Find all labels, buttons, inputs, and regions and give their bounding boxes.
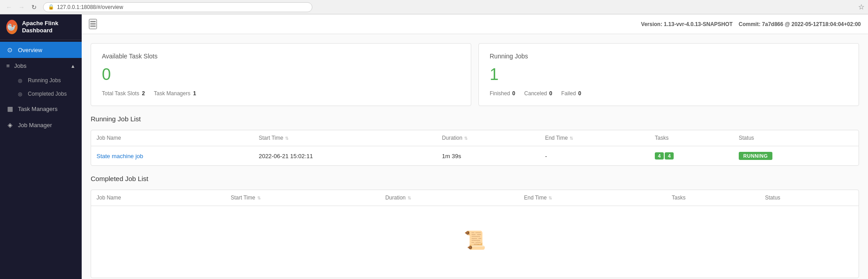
tasks-cell: 4 4: [649, 146, 733, 165]
sidebar-item-task-managers[interactable]: ▦ Task Managers: [0, 101, 82, 117]
task-managers-label: Task Managers: [154, 90, 190, 97]
available-task-slots-title: Available Task Slots: [102, 53, 460, 60]
empty-table-message: 📜: [96, 212, 853, 272]
cth-job-name: Job Name: [91, 190, 225, 206]
task-managers-icon: ▦: [6, 105, 13, 112]
running-jobs-value: 1: [490, 65, 848, 84]
cth-tasks-label: Tasks: [672, 195, 686, 201]
empty-row: 📜: [91, 206, 859, 278]
sort-icon-cend: ⇅: [548, 195, 552, 200]
job-name-link[interactable]: State machine job: [96, 153, 143, 159]
version-info: Version: 1.13-vvr-4.0.13-SNAPSHOT Commit…: [641, 21, 861, 27]
th-start-time[interactable]: Start Time⇅: [253, 130, 436, 146]
th-status-label: Status: [739, 135, 754, 141]
finished-value: 0: [512, 90, 515, 97]
running-jobs-icon: ◎: [17, 78, 23, 84]
sidebar-item-jobs[interactable]: ≡ Jobs ▲: [0, 58, 82, 74]
browser-chrome: ← → ↻ 🔒 127.0.0.1:18088/#/overview ☆: [0, 0, 868, 14]
commit-value: 7a7d866 @ 2022-05-12T18:04:04+02:00: [762, 21, 861, 27]
total-task-slots-value: 2: [142, 90, 145, 97]
sidebar-item-overview-label: Overview: [18, 47, 42, 53]
completed-table-header-row: Job Name Start Time⇅ Duration⇅ End Time⇅…: [91, 190, 859, 206]
th-status: Status: [733, 130, 859, 146]
task-managers-value: 1: [193, 90, 196, 97]
overview-icon: ⊙: [6, 46, 13, 53]
logo-text: Apache Flink Dashboard: [22, 20, 75, 34]
sidebar-item-job-manager-label: Job Manager: [18, 122, 52, 128]
lock-icon: 🔒: [48, 4, 54, 10]
th-duration-label: Duration: [442, 135, 462, 141]
running-table-body: State machine job 2022-06-21 15:02:11 1m…: [91, 146, 859, 165]
stats-row: Available Task Slots 0 Total Task Slots …: [91, 43, 859, 106]
cth-start-time-label: Start Time: [231, 195, 255, 201]
finished-label: Finished: [490, 90, 510, 97]
failed-sub: Failed 0: [561, 90, 581, 97]
sidebar-item-running-jobs-label: Running Jobs: [28, 77, 61, 84]
running-table-header-row: Job Name Start Time⇅ Duration⇅ End Time⇅…: [91, 130, 859, 146]
th-job-name: Job Name: [91, 130, 253, 146]
forward-button[interactable]: →: [16, 2, 27, 13]
content-area: Available Task Slots 0 Total Task Slots …: [82, 34, 868, 279]
main-content: ☰ Version: 1.13-vvr-4.0.13-SNAPSHOT Comm…: [82, 14, 868, 279]
sort-icon-start-time: ⇅: [285, 136, 289, 141]
sidebar-item-jobs-label: Jobs: [14, 62, 26, 69]
th-end-time[interactable]: End Time⇅: [539, 130, 649, 146]
completed-job-list-table: Job Name Start Time⇅ Duration⇅ End Time⇅…: [91, 190, 859, 278]
task-badges: 4 4: [655, 152, 728, 159]
reload-button[interactable]: ↻: [29, 2, 39, 13]
url-text: 127.0.0.1:18088/#/overview: [57, 4, 123, 10]
cth-end-time[interactable]: End Time⇅: [518, 190, 666, 206]
sidebar-item-running-jobs[interactable]: ◎ Running Jobs: [0, 74, 82, 87]
cth-end-time-label: End Time: [524, 195, 547, 201]
running-job-list-title: Running Job List: [91, 115, 859, 123]
chevron-up-icon: ▲: [70, 63, 75, 69]
hamburger-button[interactable]: ☰: [89, 19, 97, 29]
completed-jobs-icon: ◎: [17, 91, 23, 97]
empty-icon: 📜: [105, 230, 844, 251]
cth-start-time[interactable]: Start Time⇅: [225, 190, 380, 206]
cth-duration[interactable]: Duration⇅: [380, 190, 518, 206]
sidebar-nav: ⊙ Overview ≡ Jobs ▲ ◎ Running Jobs ◎ Com…: [0, 40, 82, 279]
canceled-sub: Canceled 0: [524, 90, 552, 97]
start-time-cell: 2022-06-21 15:02:11: [253, 146, 436, 165]
available-task-slots-value: 0: [102, 65, 460, 84]
sidebar: 🦭 Apache Flink Dashboard ⊙ Overview ≡ Jo…: [0, 14, 82, 279]
sidebar-item-job-manager[interactable]: ◈ Job Manager: [0, 117, 82, 133]
running-job-list-section: Running Job List Job Name Start Time⇅ Du…: [91, 115, 859, 166]
running-jobs-sub-items: Finished 0 Canceled 0 Failed 0: [490, 90, 848, 97]
th-tasks: Tasks: [649, 130, 733, 146]
sidebar-item-completed-jobs[interactable]: ◎ Completed Jobs: [0, 87, 82, 101]
sort-icon-cdur: ⇅: [408, 195, 411, 200]
running-job-list-table: Job Name Start Time⇅ Duration⇅ End Time⇅…: [91, 130, 859, 165]
end-time-cell: -: [539, 146, 649, 165]
available-task-slots-card: Available Task Slots 0 Total Task Slots …: [91, 43, 471, 106]
duration-cell: 1m 39s: [437, 146, 540, 165]
app-container: 🦭 Apache Flink Dashboard ⊙ Overview ≡ Jo…: [0, 14, 868, 279]
completed-table-head: Job Name Start Time⇅ Duration⇅ End Time⇅…: [91, 190, 859, 206]
cth-tasks: Tasks: [666, 190, 760, 206]
canceled-label: Canceled: [524, 90, 547, 97]
top-header: ☰ Version: 1.13-vvr-4.0.13-SNAPSHOT Comm…: [82, 14, 868, 34]
back-button[interactable]: ←: [4, 2, 14, 13]
address-bar[interactable]: 🔒 127.0.0.1:18088/#/overview: [43, 2, 312, 12]
sort-icon-duration: ⇅: [464, 136, 468, 141]
completed-table-body: 📜: [91, 206, 859, 278]
running-jobs-title: Running Jobs: [490, 53, 848, 60]
task-slots-details: Total Task Slots 2 Task Managers 1: [102, 90, 460, 97]
status-badge: RUNNING: [739, 152, 772, 160]
task-badge-0: 4: [655, 152, 664, 159]
version-label: Version:: [641, 21, 662, 27]
th-duration[interactable]: Duration⇅: [437, 130, 540, 146]
completed-job-list-section: Completed Job List Job Name Start Time⇅ …: [91, 175, 859, 278]
total-task-slots: Total Task Slots 2: [102, 90, 145, 97]
empty-cell: 📜: [91, 206, 859, 278]
sort-icon-end-time: ⇅: [570, 136, 573, 141]
th-start-time-label: Start Time: [259, 135, 283, 141]
bookmark-icon[interactable]: ☆: [858, 3, 864, 11]
th-end-time-label: End Time: [545, 135, 568, 141]
jobs-icon: ≡: [6, 62, 10, 69]
sidebar-item-completed-jobs-label: Completed Jobs: [28, 91, 67, 97]
commit-label: Commit:: [739, 21, 761, 27]
sidebar-item-overview[interactable]: ⊙ Overview: [0, 42, 82, 58]
total-task-slots-label: Total Task Slots: [102, 90, 139, 97]
